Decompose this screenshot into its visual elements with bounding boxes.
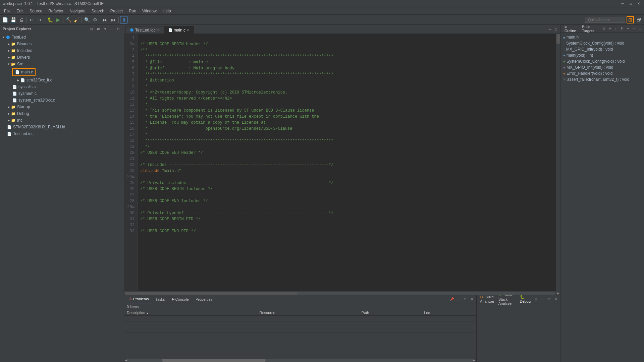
outline-minimize-btn[interactable]: ─ [631, 26, 637, 32]
outline-maximize-btn[interactable]: □ [637, 26, 643, 32]
scrollbar-thumb[interactable] [556, 34, 560, 44]
editor-maximize-btn[interactable]: □ [553, 26, 559, 32]
tree-item-drivers[interactable]: ▶ 📁 Drivers [0, 54, 124, 61]
outline-item-main-fn[interactable]: ● main(void) : int [560, 52, 644, 58]
outline-controls: ⊟ ⇄ ↕ F ▾ ─ □ [601, 26, 643, 32]
tree-item-src[interactable]: ▼ 📂 Src [0, 61, 124, 67]
hscroll-left-btn[interactable]: ◀ [125, 358, 127, 362]
menu-refactor[interactable]: Refactor [46, 8, 66, 14]
analyzer-expand-btn[interactable]: ⊞ [533, 297, 539, 302]
minimize-button[interactable]: ─ [620, 1, 625, 6]
tree-item-binaries[interactable]: ▶ 📁 Binaries [0, 41, 124, 47]
quick-access-input[interactable] [585, 17, 625, 23]
menu-run[interactable]: Run [126, 8, 139, 14]
tree-item-syscalls[interactable]: 📄 syscalls.c [0, 83, 124, 90]
toolbar-undo-btn[interactable]: ↩ [28, 16, 35, 23]
perspective-btn[interactable]: ⊞ [627, 16, 634, 23]
tree-item-inc[interactable]: ▶ 📁 Inc [0, 117, 124, 124]
hscroll-right-btn[interactable]: ▶ [473, 358, 475, 362]
outline-sort-btn[interactable]: ↕ [613, 26, 619, 32]
problems-pin-btn[interactable]: 📌 [449, 297, 454, 302]
tree-item-stm32f3xx[interactable]: ▶ 📄 stm32f3xx_it.c [0, 77, 124, 83]
menu-navigate[interactable]: Navigate [67, 8, 88, 14]
analyzer-maximize-btn[interactable]: □ [547, 297, 552, 302]
menu-source[interactable]: Source [27, 8, 45, 14]
outline-hide-fields-btn[interactable]: F [619, 26, 625, 32]
tree-label-includes: Includes [17, 48, 32, 53]
tab-console[interactable]: ▶ Console [168, 295, 192, 303]
toolbar-search-btn[interactable]: 🔍 [83, 16, 91, 23]
tab-build-targets[interactable]: Build Targets [579, 24, 601, 34]
outline-item-main-h[interactable]: ■ main.h [560, 34, 644, 40]
editor-minimize-btn[interactable]: ─ [547, 26, 553, 32]
editor-hscroll-right[interactable]: ▶ [557, 291, 559, 295]
outline-item-sysclock2[interactable]: ● SystemClock_Config(void) : void [560, 58, 644, 64]
outline-item-error-handler[interactable]: ● Error_Handler(void) : void [560, 70, 644, 76]
outline-menu-btn[interactable]: ▾ [625, 26, 631, 32]
close-button[interactable]: ✕ [636, 1, 641, 6]
toolbar-ref-btn[interactable]: ⚙ [91, 16, 99, 23]
outline-link-btn[interactable]: ⇄ [607, 26, 612, 32]
code-content[interactable]: /* USER CODE BEGIN Header */ /** *******… [138, 34, 556, 291]
toolbar-new-btn[interactable]: 📄 [1, 16, 9, 23]
menu-project[interactable]: Project [108, 8, 125, 14]
editor-scrollbar[interactable] [556, 34, 560, 291]
tab-build-analyzer[interactable]: ⚙ Build Analyzer [478, 294, 496, 304]
tab-outline[interactable]: ≡ Outline [562, 24, 579, 34]
toolbar-run-btn[interactable]: ▶ [54, 16, 62, 23]
tab-problems[interactable]: ⚠ Problems [125, 295, 152, 303]
outline-item-assert-failed[interactable]: ✎ assert_failed(char*, uint32_t) : void [560, 76, 644, 82]
tab-close-main-c[interactable]: ✕ [187, 28, 190, 32]
toolbar-redo-btn[interactable]: ↪ [36, 16, 43, 23]
problems-maximize-btn[interactable]: □ [463, 297, 468, 302]
link-editor-btn[interactable]: ⇄ [96, 26, 101, 32]
outline-item-mx-gpio[interactable]: ⁺ MX_GPIO_Init(void) : void [560, 46, 644, 52]
toolbar-build-btn[interactable]: 🔨 [65, 16, 72, 23]
new-window-btn[interactable]: 🗗 [635, 16, 643, 23]
menu-file[interactable]: File [1, 8, 13, 14]
tree-item-debug[interactable]: ▶ 📁 Debug [0, 110, 124, 117]
problems-close-btn[interactable]: ✕ [469, 297, 475, 302]
menu-window[interactable]: Window [140, 8, 159, 14]
outline-item-mx-gpio2[interactable]: ● MX_GPIO_Init(void) : void [560, 64, 644, 70]
outline-collapse-all-btn[interactable]: ⊟ [601, 26, 606, 32]
analyzer-close-btn[interactable]: ✕ [553, 297, 559, 302]
toolbar-next-btn[interactable]: ⏭ [102, 16, 109, 23]
tree-item-flash-ld[interactable]: 📄 STM32F302K8UX_FLASH.ld [0, 124, 124, 130]
problems-hscrollbar[interactable]: ◀ ▶ [124, 358, 476, 362]
toolbar-save-btn[interactable]: 💾 [9, 16, 17, 23]
tab-tasks[interactable]: Tasks [152, 295, 168, 303]
toolbar-info-btn[interactable]: ℹ [120, 16, 127, 23]
tab-main-c[interactable]: 📄 main.c ✕ [164, 26, 194, 34]
tree-item-system-stm32[interactable]: 📄 system_stm32f3xx.c [0, 97, 124, 104]
problems-minimize-btn[interactable]: ─ [456, 297, 461, 302]
tree-item-testled[interactable]: ▼ 🔷 TestLed [0, 34, 124, 41]
tree-item-startup[interactable]: ▶ 📁 Startup [0, 104, 124, 110]
hscroll-thumb[interactable] [162, 359, 266, 362]
tab-testled-ioc[interactable]: 🔷 TestLed.ioc ✕ [125, 26, 164, 34]
tree-item-testled-ioc[interactable]: 📄 TestLed.ioc [0, 130, 124, 137]
outline-item-sysclock[interactable]: ⁺ SystemClock_Config(void) : void [560, 40, 644, 46]
maximize-panel-btn[interactable]: □ [116, 26, 121, 32]
tab-debug[interactable]: 🐛 Debug [517, 294, 533, 304]
tree-item-sysmem[interactable]: 📄 sysmem.c [0, 90, 124, 97]
maximize-button[interactable]: □ [628, 1, 633, 6]
toolbar-clean-btn[interactable]: 🧹 [73, 16, 80, 23]
tree-label-binaries: Binaries [17, 42, 32, 46]
tab-properties[interactable]: Properties [192, 295, 216, 303]
toolbar-prev-btn[interactable]: ⏮ [110, 16, 117, 23]
analyzer-minimize-btn[interactable]: ─ [540, 297, 545, 302]
minimize-panel-btn[interactable]: ─ [109, 26, 114, 32]
collapse-all-btn[interactable]: ⊟ [89, 26, 94, 32]
menu-edit[interactable]: Edit [14, 8, 26, 14]
editor-hscrollbar[interactable]: ▶ [124, 291, 560, 295]
toolbar-debug-btn[interactable]: 🐛 [46, 16, 54, 23]
tree-item-main-c[interactable]: 📄 main.c [12, 68, 36, 76]
editor-hscroll-thumb[interactable] [125, 292, 297, 295]
panel-menu-btn[interactable]: ▾ [102, 26, 108, 32]
tree-item-includes[interactable]: ▶ 📁 Includes [0, 47, 124, 54]
menu-search[interactable]: Search [89, 8, 107, 14]
toolbar-print-btn[interactable]: 🖨 [17, 16, 25, 23]
tab-close-ioc[interactable]: ✕ [157, 28, 160, 32]
menu-help[interactable]: Help [160, 8, 174, 14]
